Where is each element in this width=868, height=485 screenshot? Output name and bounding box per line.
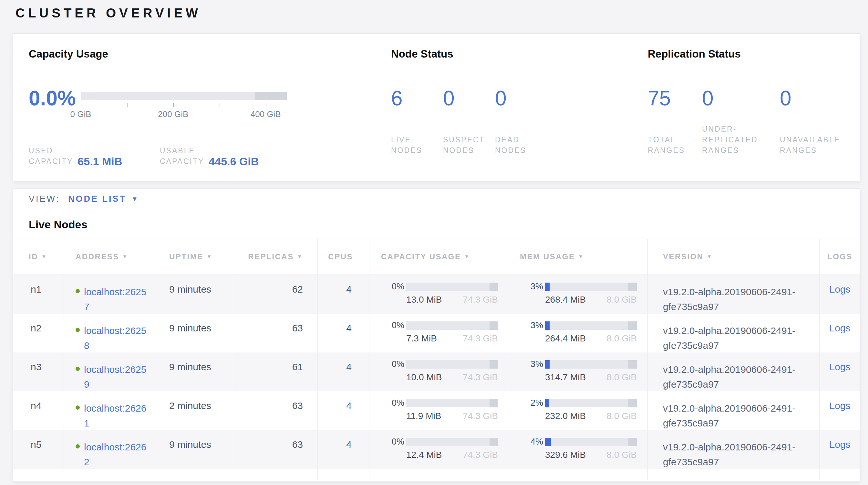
gauge-tick <box>127 103 128 107</box>
capacity-max-value: 74.3 GiB <box>463 333 498 344</box>
mem-usage-bar <box>545 360 637 369</box>
live-status-dot-icon <box>75 328 80 332</box>
column-header-uptime[interactable]: UPTIME ▼ <box>155 239 232 275</box>
address-link[interactable]: localhost:26257 <box>84 285 147 314</box>
table-row: n1 localhost:26257 9 minutes 62 4 0% 13.… <box>13 275 860 314</box>
capacity-max-value: 74.3 GiB <box>463 372 498 382</box>
cell-uptime: 9 minutes <box>155 275 232 314</box>
address-link[interactable]: localhost:26261 <box>84 401 147 431</box>
sort-caret-icon: ▼ <box>578 254 584 260</box>
bar-end-segment <box>628 321 637 330</box>
replication-status-section: Replication Status 75 0 0 TOTAL RANGES U… <box>648 48 860 181</box>
mem-percent-label: 2% <box>528 398 543 408</box>
mem-percent-label: 3% <box>528 359 543 369</box>
capacity-used-value: 7.3 MiB <box>406 333 437 344</box>
cell-address: localhost:26258 <box>64 314 155 353</box>
gauge-tick <box>81 103 82 107</box>
cell-capacity-usage: 0% 10.0 MiB 74.3 GiB <box>369 352 508 392</box>
cell-address: localhost:26257 <box>64 275 155 314</box>
unavailable-ranges-label: UNAVAILABLE RANGES <box>780 135 851 156</box>
table-row: n4 localhost:26261 2 minutes 63 4 0% 11.… <box>13 391 860 430</box>
logs-link[interactable]: Logs <box>829 439 850 450</box>
capacity-usage-section: Capacity Usage 0.0% 0 GiB 200 GiB 400 Gi… <box>29 48 391 181</box>
under-replicated-ranges-label: UNDER- REPLICATED RANGES <box>702 124 780 156</box>
bar-end-segment <box>628 399 637 407</box>
version-text: v19.2.0-alpha.20190606-2491-gfe735c9a97 <box>663 362 808 392</box>
capacity-percent-label: 0% <box>389 437 404 447</box>
cell-mem-usage: 3% 264.4 MiB 8.0 GiB <box>508 314 648 353</box>
chevron-down-icon: ▼ <box>131 195 138 203</box>
sort-caret-icon: ▼ <box>41 254 47 260</box>
address-link[interactable]: localhost:26262 <box>84 440 147 469</box>
capacity-usage-bar <box>406 283 498 291</box>
version-text: v19.2.0-alpha.20190606-2491-gfe735c9a97 <box>663 440 808 469</box>
live-nodes-count: 6 <box>391 88 443 109</box>
logs-link[interactable]: Logs <box>829 400 850 411</box>
cell-cpus: 4 <box>318 391 369 431</box>
column-header-mem-usage[interactable]: MEM USAGE ▼ <box>508 239 648 275</box>
sort-caret-icon: ▼ <box>122 254 128 260</box>
capacity-usage-bar <box>406 438 498 446</box>
gauge-tick <box>173 103 174 107</box>
address-link[interactable]: localhost:26259 <box>84 362 147 392</box>
mem-used-value: 268.4 MiB <box>545 294 586 305</box>
cell-version: v19.2.0-alpha.20190606-2491-gfe735c9a97 <box>648 275 819 314</box>
mem-usage-bar <box>545 399 637 407</box>
used-capacity-label: USED CAPACITY <box>29 145 73 167</box>
column-header-version[interactable]: VERSION ▼ <box>648 239 819 275</box>
column-header-replicas[interactable]: REPLICAS ▼ <box>232 239 318 275</box>
mem-percent-label: 4% <box>528 437 543 447</box>
cell-logs: Logs <box>819 352 860 392</box>
cell-node-id: n4 <box>13 391 64 431</box>
logs-link[interactable]: Logs <box>829 323 850 333</box>
summary-panel: Capacity Usage 0.0% 0 GiB 200 GiB 400 Gi… <box>13 33 860 181</box>
usable-capacity-value: 445.6 GiB <box>209 155 259 168</box>
cell-capacity-usage: 0% 13.0 MiB 74.3 GiB <box>369 275 508 314</box>
cell-node-id: n1 <box>13 275 64 314</box>
cell-replicas: 63 <box>232 391 318 431</box>
mem-usage-bar <box>545 438 637 446</box>
column-header-id[interactable]: ID ▼ <box>13 239 64 275</box>
address-link[interactable]: localhost:26258 <box>84 323 147 353</box>
mem-used-value: 314.7 MiB <box>545 372 586 382</box>
table-header-row: ID ▼ ADDRESS ▼ UPTIME ▼ REPLICAS ▼ CPUS … <box>13 238 860 275</box>
column-header-capacity-usage[interactable]: CAPACITY USAGE ▼ <box>369 239 508 275</box>
cell-node-id: n5 <box>13 430 64 469</box>
cell-cpus: 4 <box>318 352 369 392</box>
gauge-tick <box>220 103 220 107</box>
suspect-nodes-count: 0 <box>443 88 495 109</box>
cell-capacity-usage: 0% 7.3 MiB 74.3 GiB <box>369 314 508 353</box>
cell-node-id: n2 <box>13 314 64 353</box>
unavailable-ranges-count: 0 <box>780 88 851 109</box>
bar-fill <box>545 321 550 330</box>
capacity-usage-bar <box>406 360 498 369</box>
table-row: n5 localhost:26262 9 minutes 63 4 0% 12.… <box>13 430 860 469</box>
capacity-used-value: 11.9 MiB <box>406 411 441 421</box>
capacity-percent: 0.0% <box>29 88 81 127</box>
cell-capacity-usage: 0% 12.4 MiB 74.3 GiB <box>369 430 508 469</box>
cell-replicas: 62 <box>232 275 318 314</box>
cell-logs: Logs <box>819 275 860 314</box>
cell-mem-usage: 3% 268.4 MiB 8.0 GiB <box>508 275 648 314</box>
gauge-tick-label: 400 GiB <box>251 109 281 119</box>
bar-end-segment <box>490 399 498 407</box>
logs-link[interactable]: Logs <box>829 362 850 372</box>
cell-uptime: 2 minutes <box>155 391 232 431</box>
logs-link[interactable]: Logs <box>829 284 850 294</box>
dead-nodes-count: 0 <box>495 88 547 109</box>
gauge-tick <box>266 103 267 107</box>
column-header-address[interactable]: ADDRESS ▼ <box>64 239 155 275</box>
total-ranges-label: TOTAL RANGES <box>648 135 702 156</box>
total-ranges-count: 75 <box>648 88 702 109</box>
cell-address: localhost:26262 <box>64 430 155 469</box>
cell-version: v19.2.0-alpha.20190606-2491-gfe735c9a97 <box>648 314 819 353</box>
sort-caret-icon: ▼ <box>207 254 213 260</box>
mem-used-value: 264.4 MiB <box>545 333 586 344</box>
capacity-max-value: 74.3 GiB <box>463 450 498 460</box>
cell-address: localhost:26259 <box>64 352 155 392</box>
bar-end-segment <box>628 283 637 291</box>
mem-max-value: 8.0 GiB <box>607 333 637 344</box>
node-status-title: Node Status <box>391 48 648 60</box>
version-text: v19.2.0-alpha.20190606-2491-gfe735c9a97 <box>663 401 808 431</box>
node-list-dropdown[interactable]: NODE LIST ▼ <box>68 194 138 204</box>
